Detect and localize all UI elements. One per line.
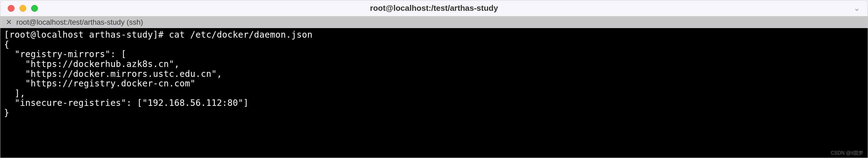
maximize-icon[interactable]: [31, 5, 38, 12]
chevron-down-icon[interactable]: ⌄: [854, 3, 860, 13]
tab-bar: ✕ root@localhost:/test/arthas-study (ssh…: [0, 16, 868, 28]
tab-close-icon[interactable]: ✕: [6, 19, 12, 26]
title-bar: root@localhost:/test/arthas-study ⌄: [0, 0, 868, 16]
prompt: [root@localhost arthas-study]#: [4, 30, 169, 40]
traffic-lights: [0, 5, 38, 12]
output-line: "https://dockerhub.azk8s.cn",: [4, 59, 180, 69]
terminal-pane[interactable]: [root@localhost arthas-study]# cat /etc/…: [0, 28, 868, 158]
output-line: ],: [4, 88, 25, 99]
terminal-window: root@localhost:/test/arthas-study ⌄ ✕ ro…: [0, 0, 868, 158]
output-line: "https://registry.docker-cn.com": [4, 78, 195, 88]
minimize-icon[interactable]: [20, 5, 26, 12]
output-line: "insecure-registries": ["192.168.56.112:…: [4, 98, 249, 108]
output-line: "https://docker.mirrors.ustc.edu.cn",: [4, 69, 222, 79]
watermark: CSDN @it圆梦: [831, 150, 863, 156]
window-title: root@localhost:/test/arthas-study: [370, 3, 498, 13]
command: cat /etc/docker/daemon.json: [169, 30, 313, 40]
close-icon[interactable]: [8, 5, 14, 12]
output-line: {: [4, 40, 9, 50]
output-line: }: [4, 108, 9, 118]
tab-label[interactable]: root@localhost:/test/arthas-study (ssh): [16, 18, 143, 27]
output-line: "registry-mirrors": [: [4, 49, 126, 59]
